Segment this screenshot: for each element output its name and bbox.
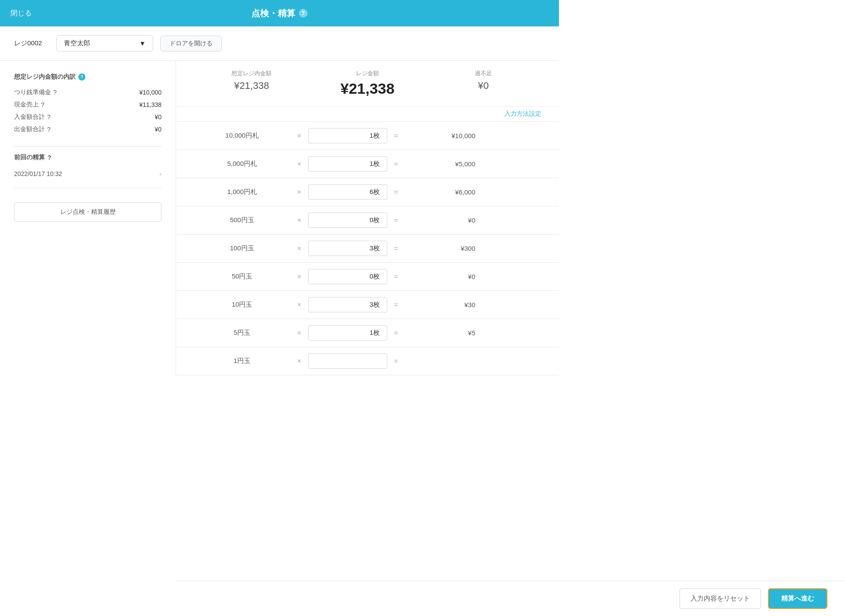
- multiply-icon: ×: [290, 216, 308, 224]
- currency-name: 10,000円札: [194, 132, 290, 140]
- multiply-icon: ×: [290, 188, 308, 196]
- breakdown-item-label: 出金額合計 ?: [14, 123, 111, 136]
- equals-icon: =: [387, 357, 405, 365]
- multiply-icon: ×: [290, 132, 308, 140]
- currency-amount: ¥0: [405, 273, 475, 280]
- count-input[interactable]: [308, 353, 387, 369]
- currency-row: 50円玉 × = ¥0: [176, 263, 559, 291]
- multiply-icon: ×: [290, 160, 308, 168]
- breakdown-row: 現金売上 ? ¥11,338: [14, 99, 162, 111]
- count-input[interactable]: [308, 297, 387, 312]
- multiply-icon: ×: [290, 301, 308, 309]
- currency-row: 500円玉 × = ¥0: [176, 206, 559, 235]
- count-input[interactable]: [308, 213, 387, 228]
- equals-icon: =: [387, 245, 405, 253]
- shortage-col: 過不足 ¥0: [426, 70, 541, 97]
- breakdown-row: 出金額合計 ? ¥0: [14, 123, 162, 136]
- open-drawer-button[interactable]: ドロアを開ける: [160, 36, 222, 51]
- currency-row: 10,000円札 × = ¥10,000: [176, 122, 559, 150]
- currency-table: 10,000円札 × = ¥10,000 5,000円札 × = ¥5,000 …: [176, 122, 559, 375]
- staff-name: 青空太郎: [64, 39, 90, 48]
- register-col: レジ金額 ¥21,338: [309, 70, 425, 97]
- breakdown-row: つり銭準備金 ? ¥10,000: [14, 86, 162, 99]
- currency-name: 100円玉: [194, 244, 290, 253]
- main-area: 想定レジ内金額の内訳 ? つり銭準備金 ? ¥10,000 現金売上 ? ¥11…: [0, 61, 559, 375]
- item-help-icon[interactable]: ?: [47, 126, 51, 133]
- count-input[interactable]: [308, 269, 387, 284]
- currency-name: 500円玉: [194, 216, 290, 224]
- count-input[interactable]: [308, 128, 387, 143]
- equals-icon: =: [387, 273, 405, 281]
- prev-date-row[interactable]: 2022/01/17 10:32 ›: [14, 167, 162, 181]
- equals-icon: =: [387, 329, 405, 337]
- breakdown-item-value: ¥10,000: [111, 86, 162, 99]
- breakdown-item-label: つり銭準備金 ?: [14, 86, 111, 99]
- breakdown-item-value: ¥0: [111, 111, 162, 123]
- register-value: ¥21,338: [341, 80, 395, 97]
- currency-amount: ¥300: [405, 245, 475, 252]
- currency-amount: ¥5,000: [405, 160, 475, 168]
- currency-name: 5,000円札: [194, 160, 290, 168]
- count-input[interactable]: [308, 184, 387, 200]
- breakdown-item-label: 入金額合計 ?: [14, 111, 111, 123]
- equals-icon: =: [387, 301, 405, 309]
- breakdown-row: 入金額合計 ? ¥0: [14, 111, 162, 123]
- currency-name: 1,000円札: [194, 188, 290, 196]
- prev-date: 2022/01/17 10:32: [14, 170, 62, 177]
- estimated-col: 想定レジ内金額 ¥21,338: [194, 70, 309, 97]
- currency-amount: ¥30: [405, 301, 475, 308]
- count-input[interactable]: [308, 241, 387, 256]
- register-id: レジ0002: [14, 39, 49, 48]
- currency-row: 5円玉 × = ¥5: [176, 319, 559, 347]
- breakdown-table: つり銭準備金 ? ¥10,000 現金売上 ? ¥11,338 入金額合計 ? …: [14, 86, 162, 136]
- prev-help-icon[interactable]: ?: [48, 154, 51, 161]
- count-input[interactable]: [308, 325, 387, 341]
- shortage-label: 過不足: [475, 70, 492, 77]
- shortage-value: ¥0: [478, 80, 489, 92]
- currency-row: 1,000円札 × = ¥6,000: [176, 178, 559, 206]
- breakdown-item-label: 現金売上 ?: [14, 99, 111, 111]
- currency-row: 10円玉 × = ¥30: [176, 291, 559, 319]
- history-button[interactable]: レジ点検・精算履歴: [14, 202, 162, 222]
- equals-icon: =: [387, 216, 405, 224]
- right-panel: 想定レジ内金額 ¥21,338 レジ金額 ¥21,338 過不足 ¥0 入力方法…: [176, 61, 559, 375]
- multiply-icon: ×: [290, 357, 308, 365]
- multiply-icon: ×: [290, 245, 308, 253]
- currency-name: 50円玉: [194, 272, 290, 281]
- currency-amount: ¥5: [405, 329, 475, 337]
- currency-row: 1円玉 × =: [176, 347, 559, 375]
- estimated-value: ¥21,338: [234, 80, 269, 92]
- breakdown-section-title: 想定レジ内金額の内訳 ?: [14, 73, 162, 81]
- currency-row: 5,000円札 × = ¥5,000: [176, 150, 559, 178]
- currency-name: 5円玉: [194, 329, 290, 337]
- title-help-icon[interactable]: ?: [299, 9, 308, 18]
- breakdown-help-icon[interactable]: ?: [78, 73, 85, 81]
- prev-section-title: 前回の精算 ?: [14, 154, 162, 161]
- currency-amount: ¥0: [405, 216, 475, 224]
- currency-row: 100円玉 × = ¥300: [176, 235, 559, 263]
- breakdown-item-value: ¥0: [111, 123, 162, 136]
- input-method-link[interactable]: 入力方法設定: [176, 106, 559, 122]
- currency-amount: ¥10,000: [405, 132, 475, 139]
- item-help-icon[interactable]: ?: [41, 101, 44, 108]
- currency-name: 1円玉: [194, 357, 290, 365]
- header: 閉じる 点検・精算 ?: [0, 0, 559, 26]
- staff-select[interactable]: 青空太郎 ▼: [56, 35, 153, 51]
- toolbar: レジ0002 青空太郎 ▼ ドロアを開ける: [0, 26, 559, 61]
- currency-amount: ¥6,000: [405, 188, 475, 196]
- left-panel: 想定レジ内金額の内訳 ? つり銭準備金 ? ¥10,000 現金売上 ? ¥11…: [0, 61, 176, 375]
- equals-icon: =: [387, 188, 405, 196]
- chevron-down-icon: ▼: [139, 40, 146, 47]
- close-button[interactable]: 閉じる: [11, 9, 32, 18]
- equals-icon: =: [387, 160, 405, 168]
- arrow-right-icon: ›: [159, 170, 162, 177]
- item-help-icon[interactable]: ?: [53, 89, 57, 96]
- estimated-label: 想定レジ内金額: [231, 70, 272, 77]
- item-help-icon[interactable]: ?: [47, 114, 51, 121]
- page-title: 点検・精算 ?: [251, 7, 308, 19]
- equals-icon: =: [387, 132, 405, 140]
- breakdown-item-value: ¥11,338: [111, 99, 162, 111]
- count-input[interactable]: [308, 156, 387, 172]
- multiply-icon: ×: [290, 329, 308, 337]
- multiply-icon: ×: [290, 273, 308, 281]
